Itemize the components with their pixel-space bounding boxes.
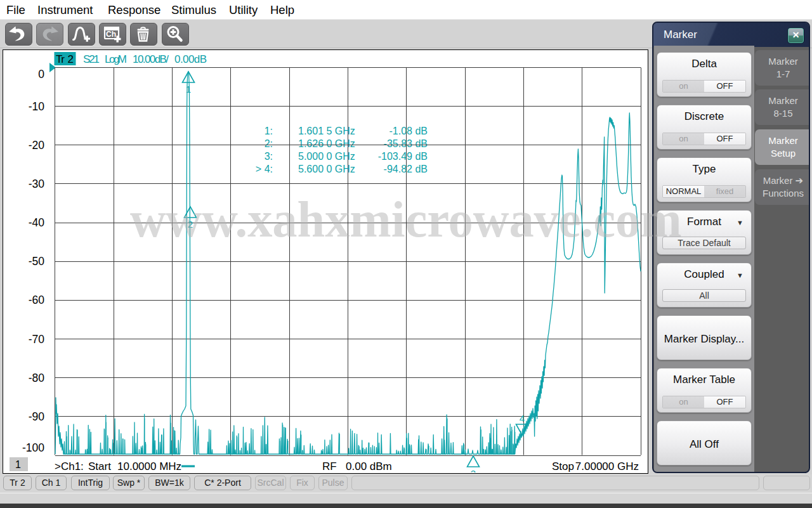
svg-text:10.0000 MHz: 10.0000 MHz: [117, 460, 181, 472]
svg-text:7.00000 GHz: 7.00000 GHz: [575, 460, 638, 472]
svg-text:10.00dB/: 10.00dB/: [133, 53, 169, 65]
svg-text:LogM: LogM: [105, 53, 127, 65]
svg-text:1.626 0 GHz: 1.626 0 GHz: [298, 138, 355, 149]
svg-text:1: 1: [185, 84, 190, 94]
svg-text:-40: -40: [28, 216, 44, 229]
svg-text:-35.83 dB: -35.83 dB: [383, 138, 427, 149]
svg-text:1: 1: [15, 459, 21, 470]
svg-text:-100: -100: [22, 441, 44, 454]
svg-text:-70: -70: [28, 332, 44, 345]
svg-text:-60: -60: [28, 294, 44, 306]
svg-text:0.00dB: 0.00dB: [174, 53, 207, 65]
svg-text:Start: Start: [88, 460, 111, 472]
svg-text:0: 0: [38, 68, 44, 81]
svg-text:3: 3: [470, 468, 475, 472]
svg-text:>Ch1:: >Ch1:: [55, 460, 84, 472]
svg-text:4: 4: [519, 413, 524, 424]
svg-text:-94.82 dB: -94.82 dB: [383, 164, 427, 174]
svg-text:S21: S21: [83, 53, 100, 65]
svg-text:0.00 dBm: 0.00 dBm: [346, 460, 392, 472]
svg-text:Ch: Ch: [106, 30, 116, 39]
svg-text:RF: RF: [322, 460, 337, 472]
svg-text:5.000 0 GHz: 5.000 0 GHz: [298, 151, 355, 162]
svg-text:-80: -80: [28, 371, 44, 384]
svg-text:1:: 1:: [264, 126, 272, 136]
svg-text:3:: 3:: [264, 151, 272, 162]
svg-text:2:: 2:: [264, 138, 272, 149]
svg-text:Stop: Stop: [552, 460, 574, 472]
svg-text:-30: -30: [28, 177, 44, 190]
svg-text:5.600 0 GHz: 5.600 0 GHz: [298, 164, 355, 174]
svg-text:-1.08 dB: -1.08 dB: [389, 126, 427, 136]
svg-text:-10: -10: [28, 100, 44, 112]
svg-text:> 4:: > 4:: [255, 164, 272, 174]
svg-text:Tr 2: Tr 2: [56, 53, 74, 65]
svg-text:-90: -90: [28, 410, 44, 422]
svg-text:-20: -20: [28, 138, 44, 151]
svg-text:-103.49 dB: -103.49 dB: [377, 151, 427, 162]
svg-text:-50: -50: [28, 255, 44, 268]
svg-text:1.601 5 GHz: 1.601 5 GHz: [298, 126, 355, 136]
